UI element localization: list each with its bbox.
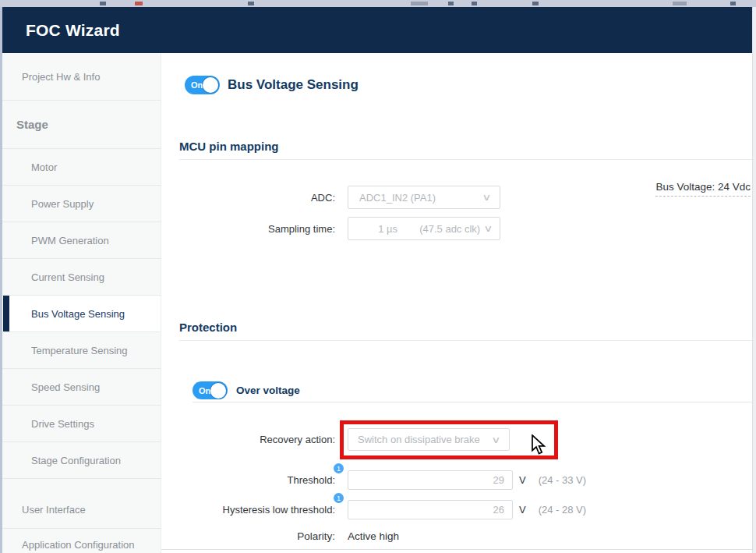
mouse-cursor-icon bbox=[531, 434, 548, 459]
polarity-row: Polarity: Active high bbox=[161, 530, 399, 542]
sidebar-item-application-configuration[interactable]: Application Configuration bbox=[2, 529, 161, 553]
info-badge-icon: 1 bbox=[334, 493, 344, 503]
over-voltage-header: On Over voltage bbox=[193, 381, 300, 399]
toggle-on-label: On bbox=[193, 386, 210, 395]
page-title: Bus Voltage Sensing bbox=[228, 77, 359, 93]
sampling-time-row: Sampling time: 1 µs (47.5 adc clk) ∨ bbox=[161, 217, 500, 240]
threshold-range: (24 - 33 V) bbox=[539, 474, 586, 486]
recovery-action-value: Switch on dissipative brake bbox=[358, 434, 480, 445]
chevron-down-icon: ∨ bbox=[483, 223, 493, 234]
bus-voltage-note: Bus Voltage: 24 Vdc bbox=[655, 181, 751, 197]
sidebar-section-stage: Stage bbox=[2, 101, 161, 149]
sidebar-item-drive-settings[interactable]: Drive Settings bbox=[2, 406, 161, 442]
sidebar-item-motor[interactable]: Motor bbox=[2, 149, 161, 186]
over-voltage-toggle[interactable]: On bbox=[193, 381, 228, 399]
sidebar-item-stage-configuration[interactable]: Stage Configuration bbox=[2, 442, 161, 479]
page-header: On Bus Voltage Sensing bbox=[185, 76, 359, 94]
sidebar-item-bus-voltage-sensing[interactable]: Bus Voltage Sensing bbox=[2, 296, 161, 332]
clipped-toolbar-icon bbox=[532, 2, 539, 5]
sampling-time-label: Sampling time: bbox=[161, 223, 335, 235]
sidebar-item-label: PWM Generation bbox=[31, 235, 109, 246]
threshold-label: Threshold: 1 bbox=[161, 474, 335, 486]
sidebar-item-power-supply[interactable]: Power Supply bbox=[2, 186, 161, 222]
sidebar-item-label: Bus Voltage Sensing bbox=[31, 308, 125, 320]
wizard-title: FOC Wizard bbox=[2, 21, 120, 40]
clipped-toolbar-strip bbox=[0, 0, 756, 7]
threshold-input[interactable] bbox=[348, 470, 513, 490]
foc-wizard-window: FOC Wizard Project Hw & Info Stage Motor… bbox=[0, 0, 756, 553]
clipped-toolbar-icon bbox=[472, 2, 477, 5]
mcu-pin-mapping-heading: MCU pin mapping bbox=[179, 140, 279, 153]
threshold-row: Threshold: 1 V (24 - 33 V) bbox=[161, 470, 586, 490]
toggle-knob bbox=[210, 383, 226, 399]
hysteresis-range: (24 - 28 V) bbox=[539, 504, 586, 516]
adc-label: ADC: bbox=[161, 192, 335, 204]
wizard-sidebar: Project Hw & Info Stage Motor Power Supp… bbox=[2, 53, 161, 553]
threshold-unit: V bbox=[519, 474, 526, 486]
hysteresis-label-text: Hysteresis low threshold: bbox=[223, 504, 336, 516]
recovery-action-row: Recovery action: Switch on dissipative b… bbox=[161, 428, 510, 451]
recovery-action-select[interactable]: Switch on dissipative brake ∨ bbox=[348, 428, 510, 451]
sidebar-item-label: Application Configuration bbox=[22, 539, 135, 551]
chevron-down-icon: ∨ bbox=[482, 192, 491, 203]
sidebar-item-label: Stage Configuration bbox=[31, 455, 121, 466]
sidebar-item-user-interface[interactable]: User Interface bbox=[2, 479, 161, 529]
chevron-down-icon: ∨ bbox=[491, 434, 500, 445]
sidebar-item-label: Motor bbox=[31, 161, 57, 173]
sidebar-item-pwm-generation[interactable]: PWM Generation bbox=[2, 222, 161, 259]
hysteresis-input[interactable] bbox=[348, 500, 513, 519]
threshold-label-text: Threshold: bbox=[288, 474, 335, 486]
polarity-value: Active high bbox=[348, 530, 399, 542]
hysteresis-label: Hysteresis low threshold: 1 bbox=[161, 504, 335, 516]
sampling-time-detail: (47.5 adc clk) bbox=[419, 223, 480, 235]
sidebar-item-temperature-sensing[interactable]: Temperature Sensing bbox=[2, 332, 161, 369]
sidebar-item-label: Speed Sensing bbox=[31, 381, 100, 393]
clipped-toolbar-icon bbox=[135, 2, 143, 5]
clipped-toolbar-icon bbox=[411, 2, 428, 5]
adc-select[interactable]: ADC1_IN2 (PA1) ∨ bbox=[348, 186, 500, 209]
over-voltage-title: Over voltage bbox=[236, 385, 300, 396]
clipped-toolbar-icon bbox=[730, 2, 736, 5]
sidebar-item-label: Project Hw & Info bbox=[22, 71, 100, 83]
section-divider bbox=[179, 340, 752, 341]
hysteresis-row: Hysteresis low threshold: 1 V (24 - 28 V… bbox=[161, 500, 586, 519]
wizard-header: FOC Wizard bbox=[2, 7, 752, 53]
sidebar-item-label: Drive Settings bbox=[31, 418, 94, 430]
section-divider bbox=[179, 159, 752, 160]
bottom-divider bbox=[161, 549, 752, 550]
adc-row: ADC: ADC1_IN2 (PA1) ∨ bbox=[161, 186, 500, 209]
toggle-on-label: On bbox=[185, 80, 203, 90]
sidebar-section-label: Stage bbox=[16, 118, 48, 131]
bus-voltage-sensing-toggle[interactable]: On bbox=[185, 76, 220, 94]
toggle-knob bbox=[203, 77, 218, 93]
sampling-time-select[interactable]: 1 µs (47.5 adc clk) ∨ bbox=[348, 217, 500, 240]
clipped-toolbar-icon bbox=[248, 2, 254, 5]
clipped-toolbar-icon bbox=[448, 2, 454, 5]
recovery-action-label: Recovery action: bbox=[161, 434, 335, 445]
sidebar-item-current-sensing[interactable]: Current Sensing bbox=[2, 259, 161, 296]
sidebar-item-label: Temperature Sensing bbox=[31, 345, 128, 356]
polarity-label: Polarity: bbox=[161, 530, 335, 542]
main-content: On Bus Voltage Sensing MCU pin mapping B… bbox=[161, 53, 752, 553]
sidebar-item-label: Current Sensing bbox=[31, 271, 104, 283]
scrollbar-track[interactable] bbox=[752, 7, 756, 553]
hysteresis-unit: V bbox=[519, 504, 526, 516]
sidebar-item-project-hw-info[interactable]: Project Hw & Info bbox=[2, 53, 161, 101]
sidebar-item-label: User Interface bbox=[22, 504, 86, 516]
clipped-toolbar-icon bbox=[100, 2, 106, 5]
protection-heading: Protection bbox=[179, 321, 237, 334]
info-badge-icon: 1 bbox=[334, 463, 344, 473]
clipped-toolbar-icon bbox=[673, 2, 687, 5]
sampling-time-value: 1 µs bbox=[356, 223, 419, 235]
sidebar-item-speed-sensing[interactable]: Speed Sensing bbox=[2, 369, 161, 406]
over-voltage-divider bbox=[193, 402, 752, 402]
adc-select-value: ADC1_IN2 (PA1) bbox=[359, 192, 436, 204]
sidebar-item-label: Power Supply bbox=[31, 198, 94, 210]
